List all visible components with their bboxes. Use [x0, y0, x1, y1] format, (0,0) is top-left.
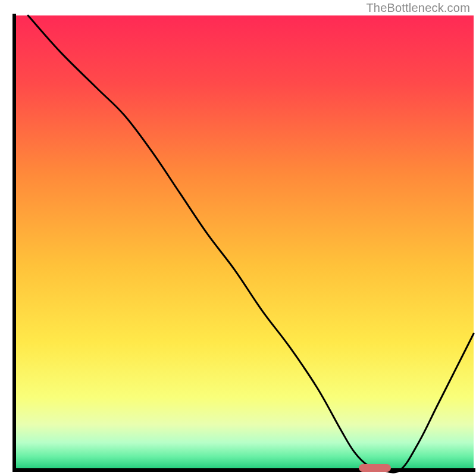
chart-container: TheBottleneck.com	[0, 0, 476, 476]
bottleneck-chart	[0, 0, 476, 476]
watermark-text: TheBottleneck.com	[366, 1, 470, 15]
chart-background-gradient	[14, 15, 474, 470]
optimum-marker	[359, 464, 391, 472]
